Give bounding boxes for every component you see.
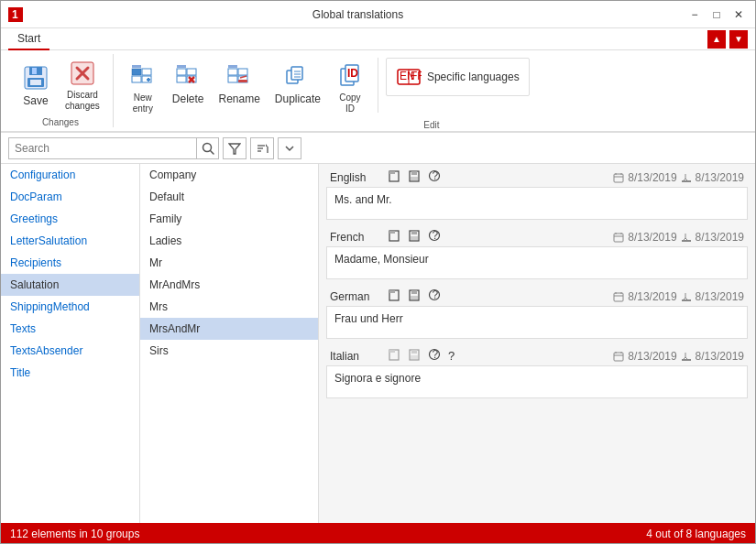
- italian-help-btn[interactable]: ?: [426, 348, 443, 364]
- svg-rect-80: [411, 296, 418, 299]
- status-left: 112 elements in 10 groups: [10, 528, 139, 540]
- ribbon-collapse-btn[interactable]: ▲: [707, 30, 726, 49]
- svg-rect-18: [177, 76, 186, 82]
- svg-rect-90: [389, 350, 395, 353]
- svg-rect-88: [682, 299, 691, 301]
- sort-button[interactable]: [250, 137, 274, 159]
- svg-rect-4: [32, 68, 37, 74]
- left-item-greetings[interactable]: Greetings: [1, 208, 139, 230]
- svg-rect-25: [228, 76, 237, 82]
- svg-rect-19: [187, 69, 196, 75]
- search-input-wrapper[interactable]: [8, 137, 219, 159]
- left-item-title[interactable]: Title: [1, 362, 139, 384]
- svg-rect-53: [411, 171, 417, 175]
- translation-block-english: English ? 8/13/2019: [326, 168, 748, 220]
- copy-id-icon: ID: [335, 61, 365, 91]
- french-file-open-btn[interactable]: [386, 229, 402, 245]
- english-content[interactable]: Ms. and Mr.: [326, 187, 748, 220]
- title-bar: 1 Global translations − □ ✕: [1, 1, 755, 28]
- middle-panel: Company Default Family Ladies Mr MrAndMr…: [140, 164, 319, 523]
- italian-icons: ? ?: [386, 348, 456, 364]
- search-bar: [1, 133, 755, 164]
- minimize-button[interactable]: −: [685, 5, 704, 24]
- middle-item-mrandmrs[interactable]: MrAndMrs: [140, 274, 318, 296]
- ribbon-separator: [378, 58, 378, 113]
- italian-file-open-btn[interactable]: [386, 348, 402, 364]
- left-item-lettersalutation[interactable]: LetterSalutation: [1, 230, 139, 252]
- svg-text:?: ?: [433, 229, 439, 242]
- lang-english: English: [330, 171, 380, 184]
- svg-text:1: 1: [12, 9, 18, 20]
- lang-italian: Italian: [330, 350, 380, 363]
- left-item-texts[interactable]: Texts: [1, 318, 139, 340]
- middle-item-default[interactable]: Default: [140, 186, 318, 208]
- svg-rect-6: [30, 80, 41, 85]
- right-panel: English ? 8/13/2019: [319, 164, 755, 523]
- middle-item-mrs[interactable]: Mrs: [140, 296, 318, 318]
- search-icon-button[interactable]: [196, 138, 218, 158]
- specific-languages-button[interactable]: EN FR Specific languages: [386, 58, 530, 96]
- german-help-btn[interactable]: ?: [426, 288, 443, 304]
- translation-header-english: English ? 8/13/2019: [326, 168, 748, 187]
- italian-file-save-btn[interactable]: [406, 348, 422, 364]
- german-dates: 8/13/2019 8/13/2019: [613, 290, 744, 303]
- ribbon-group-edit: Newentry Delete: [115, 54, 748, 127]
- close-button[interactable]: ✕: [729, 5, 748, 24]
- content-panels: Configuration DocParam Greetings LetterS…: [1, 164, 755, 523]
- svg-text:?: ?: [433, 348, 439, 361]
- translation-header-french: French ? 8/13/2019: [326, 227, 748, 246]
- tab-start[interactable]: Start: [8, 28, 49, 50]
- italian-content[interactable]: Signora e signore: [326, 365, 748, 398]
- new-entry-button[interactable]: Newentry: [123, 58, 163, 118]
- translation-header-italian: Italian ? ?: [326, 346, 748, 365]
- svg-rect-70: [614, 234, 623, 242]
- delete-button[interactable]: Delete: [167, 58, 210, 109]
- svg-text:FR: FR: [411, 70, 422, 82]
- german-file-open-btn[interactable]: [386, 288, 402, 304]
- save-button[interactable]: Save: [16, 60, 56, 111]
- svg-rect-77: [389, 290, 395, 293]
- french-help-btn[interactable]: ?: [426, 229, 443, 245]
- maximize-button[interactable]: □: [707, 5, 726, 24]
- german-content[interactable]: Frau und Herr: [326, 306, 748, 339]
- svg-rect-96: [614, 353, 623, 361]
- left-item-docparam[interactable]: DocParam: [1, 186, 139, 208]
- rename-button[interactable]: Rename: [214, 58, 266, 109]
- discard-changes-button[interactable]: Discardchanges: [60, 55, 105, 115]
- search-input[interactable]: [9, 140, 196, 157]
- middle-item-family[interactable]: Family: [140, 208, 318, 230]
- english-file-open-btn[interactable]: [386, 169, 402, 185]
- svg-rect-28: [228, 65, 237, 68]
- changes-buttons: Save Discardchanges: [16, 54, 105, 115]
- english-dates: 8/13/2019 8/13/2019: [613, 171, 744, 184]
- translation-block-italian: Italian ? ?: [326, 346, 748, 398]
- ribbon-tabs: Start ▲ ▼: [1, 28, 755, 50]
- ribbon-toolbar: Save Discardchanges Changes: [1, 50, 755, 133]
- french-content[interactable]: Madame, Monsieur: [326, 246, 748, 279]
- left-item-shippingmethod[interactable]: ShippingMethod: [1, 296, 139, 318]
- middle-item-mrsandmr[interactable]: MrsAndMr: [140, 318, 318, 340]
- left-item-salutation[interactable]: Salutation: [1, 274, 139, 296]
- ribbon-expand-btn[interactable]: ▼: [729, 30, 748, 49]
- copy-id-button[interactable]: ID CopyID: [330, 58, 370, 118]
- left-item-textsabsender[interactable]: TextsAbsender: [1, 340, 139, 362]
- left-item-recipients[interactable]: Recipients: [1, 252, 139, 274]
- translation-block-german: German ? 8/13/2019: [326, 287, 748, 339]
- german-file-save-btn[interactable]: [406, 288, 422, 304]
- duplicate-button[interactable]: Duplicate: [269, 58, 326, 109]
- filter-button[interactable]: [223, 137, 247, 159]
- middle-item-company[interactable]: Company: [140, 164, 318, 186]
- rename-icon: [225, 61, 254, 91]
- english-help-btn[interactable]: ?: [426, 169, 443, 185]
- middle-item-mr[interactable]: Mr: [140, 252, 318, 274]
- left-item-configuration[interactable]: Configuration: [1, 164, 139, 186]
- middle-item-sirs[interactable]: Sirs: [140, 340, 318, 362]
- svg-rect-62: [682, 180, 691, 182]
- italian-dates: 8/13/2019 8/13/2019: [613, 350, 744, 363]
- french-file-save-btn[interactable]: [406, 229, 422, 245]
- english-file-save-btn[interactable]: [406, 169, 422, 185]
- svg-rect-14: [132, 65, 141, 68]
- middle-item-ladies[interactable]: Ladies: [140, 230, 318, 252]
- italian-question-btn[interactable]: ?: [446, 349, 456, 363]
- dropdown-button[interactable]: [278, 137, 301, 159]
